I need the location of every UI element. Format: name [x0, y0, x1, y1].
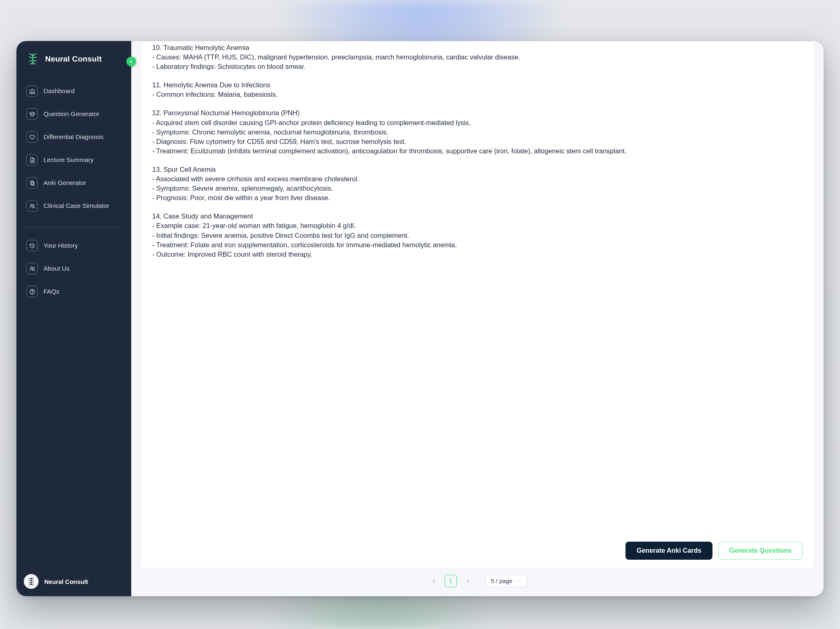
- sidebar-item-clinical-case-simulator[interactable]: Clinical Case Simulator: [21, 194, 126, 217]
- brand-title: Neural Consult: [45, 55, 102, 64]
- page-size-label: 5 / page: [491, 578, 512, 584]
- sidebar-item-your-history[interactable]: Your History: [21, 234, 126, 257]
- svg-point-7: [32, 292, 32, 293]
- sidebar-collapse-button[interactable]: [126, 57, 136, 66]
- nav-secondary: Your HistoryAbout UsFAQs: [16, 232, 131, 309]
- sidebar-item-label: About Us: [43, 265, 70, 272]
- sidebar-item-label: Differential Diagnosis: [43, 133, 103, 141]
- sidebar-item-differential-diagnosis[interactable]: Differential Diagnosis: [21, 125, 126, 148]
- svg-point-2: [30, 204, 32, 206]
- content-section: 10. Traumatic Hemolytic Anemia - Causes:…: [152, 43, 803, 71]
- generate-questions-button[interactable]: Generate Questions: [718, 542, 803, 560]
- pagination-prev[interactable]: [428, 575, 440, 587]
- action-bar: Generate Anki Cards Generate Questions: [141, 539, 814, 560]
- content-section: 14. Case Study and Management - Example …: [152, 212, 803, 259]
- svg-point-4: [30, 267, 32, 269]
- sidebar-item-dashboard[interactable]: Dashboard: [21, 80, 126, 103]
- summary-content: 10. Traumatic Hemolytic Anemia - Causes:…: [141, 41, 814, 268]
- history-icon: [26, 240, 38, 251]
- svg-rect-1: [31, 181, 34, 185]
- sidebar-item-label: FAQs: [43, 288, 59, 295]
- help-icon: [26, 286, 38, 297]
- cap-icon: [26, 108, 38, 120]
- svg-point-3: [33, 205, 34, 206]
- svg-rect-0: [30, 180, 33, 185]
- page-size-select[interactable]: 5 / page: [486, 575, 527, 587]
- sidebar-item-label: Anki Generator: [43, 179, 86, 187]
- brand: Neural Consult: [16, 52, 131, 77]
- sidebar-item-label: Your History: [43, 242, 78, 249]
- pagination-page-1[interactable]: 1: [445, 575, 457, 587]
- cards-icon: [26, 177, 38, 189]
- app-window: Neural Consult DashboardQuestion Generat…: [16, 41, 824, 596]
- people-icon: [26, 263, 38, 274]
- content-section: 12. Paroxysmal Nocturnal Hemoglobinuria …: [152, 108, 803, 155]
- sidebar-item-anki-generator[interactable]: Anki Generator: [21, 171, 126, 194]
- heart-icon: [26, 131, 38, 143]
- main: 10. Traumatic Hemolytic Anemia - Causes:…: [131, 41, 824, 596]
- sidebar-item-label: Clinical Case Simulator: [43, 202, 109, 210]
- sidebar-footer: Neural Consult: [16, 569, 131, 589]
- sidebar-item-label: Question Generator: [43, 110, 99, 118]
- nav-divider: [25, 227, 123, 228]
- home-icon: [26, 85, 38, 97]
- avatar: [24, 574, 39, 589]
- nav-primary: DashboardQuestion GeneratorDifferential …: [16, 77, 131, 223]
- summary-card: 10. Traumatic Hemolytic Anemia - Causes:…: [140, 41, 815, 568]
- content-section: 11. Hemolytic Anemia Due to Infections -…: [152, 80, 803, 99]
- content-section: 13. Spur Cell Anemia - Associated with s…: [152, 165, 803, 203]
- sidebar-item-question-generator[interactable]: Question Generator: [21, 103, 126, 125]
- sidebar-item-about-us[interactable]: About Us: [21, 257, 126, 280]
- people-icon: [26, 200, 38, 212]
- svg-point-5: [33, 267, 34, 269]
- pagination: 1 5 / page: [140, 568, 815, 587]
- footer-name: Neural Consult: [44, 578, 88, 585]
- logo-icon: [26, 52, 39, 66]
- sidebar-item-label: Dashboard: [43, 87, 75, 95]
- sidebar-item-faqs[interactable]: FAQs: [21, 280, 126, 303]
- generate-anki-button[interactable]: Generate Anki Cards: [625, 542, 712, 560]
- file-icon: [26, 154, 38, 166]
- sidebar-item-label: Lecture Summary: [43, 156, 94, 164]
- sidebar-item-lecture-summary[interactable]: Lecture Summary: [21, 148, 126, 171]
- sidebar: Neural Consult DashboardQuestion Generat…: [16, 41, 131, 596]
- pagination-next[interactable]: [462, 575, 473, 587]
